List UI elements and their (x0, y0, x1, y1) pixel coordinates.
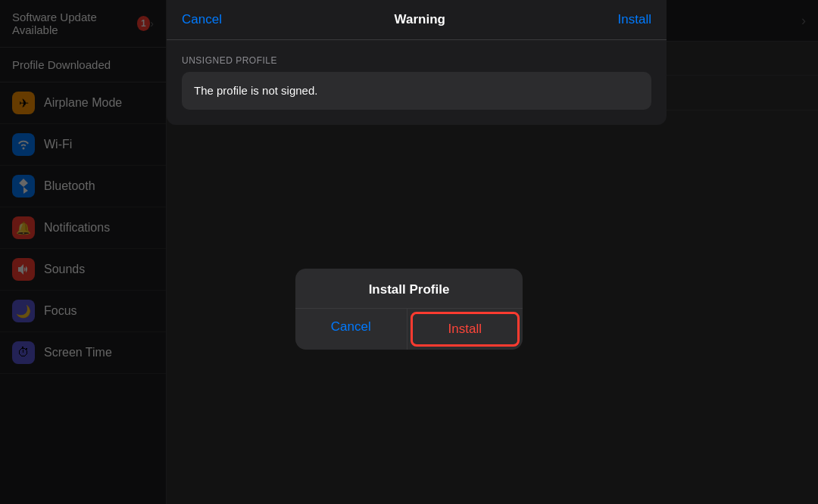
warning-header: Cancel Warning Install (167, 0, 667, 40)
warning-install-button[interactable]: Install (618, 12, 651, 27)
unsigned-box: The profile is not signed. (182, 72, 651, 110)
install-dialog-title: Install Profile (295, 269, 523, 308)
warning-body: UNSIGNED PROFILE The profile is not sign… (167, 40, 667, 125)
unsigned-profile-label: UNSIGNED PROFILE (182, 55, 651, 66)
unsigned-profile-text: The profile is not signed. (194, 84, 317, 97)
warning-cancel-button[interactable]: Cancel (182, 12, 222, 27)
warning-modal: Cancel Warning Install UNSIGNED PROFILE … (167, 0, 667, 125)
install-dialog-buttons: Cancel Install (295, 308, 523, 350)
warning-title: Warning (222, 12, 618, 27)
install-cancel-button[interactable]: Cancel (295, 309, 407, 350)
install-profile-dialog: Install Profile Cancel Install (295, 269, 523, 350)
install-confirm-button[interactable]: Install (411, 312, 520, 347)
